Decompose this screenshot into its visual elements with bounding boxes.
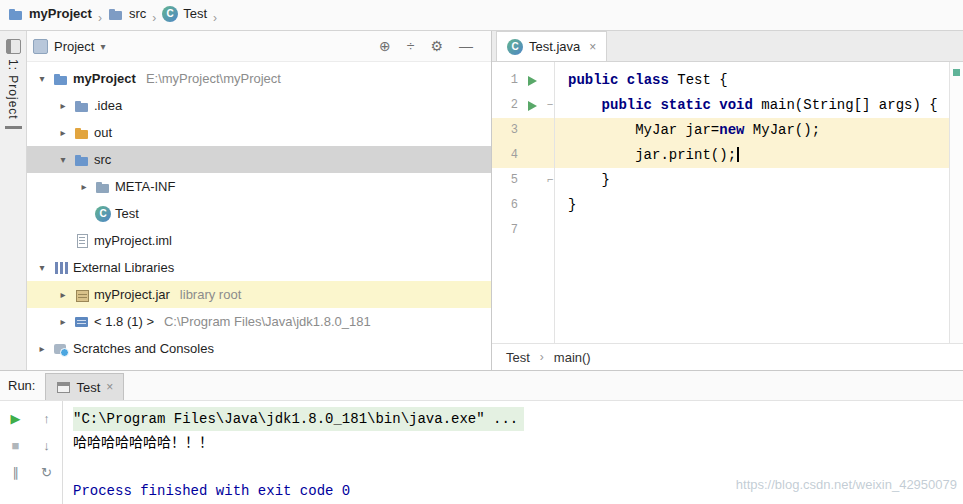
locate-icon[interactable]: ⊕ — [379, 38, 391, 54]
code-line-1[interactable]: 1public class Test { — [492, 68, 949, 93]
pause-output-icon[interactable]: ∥ — [12, 465, 19, 480]
expand-arrow-icon[interactable]: ▸ — [35, 343, 49, 354]
main-area: 1: Project Project ▾ ⊕÷⚙— ▾myProjectE:\m… — [0, 31, 963, 370]
up-stack-trace-icon[interactable]: ↑ — [43, 411, 50, 426]
tree-item-meta-inf[interactable]: ▸META-INF — [27, 173, 491, 200]
run-tab-label: Test — [76, 380, 100, 395]
jdk-icon — [74, 314, 90, 330]
code-editor[interactable]: 1public class Test {2− public static voi… — [492, 62, 949, 343]
gutter-mark — [522, 143, 542, 168]
tree-item-hint: library root — [180, 287, 241, 302]
expand-arrow-icon[interactable]: ▾ — [35, 73, 49, 84]
tree-item-myproject[interactable]: ▾myProjectE:\myProject\myProject — [27, 65, 491, 92]
tree-item-external-libraries[interactable]: ▾External Libraries — [27, 254, 491, 281]
settings-gear-icon[interactable]: ⚙ — [430, 38, 443, 54]
breadcrumb-item-myproject[interactable]: myProject — [8, 6, 92, 22]
tree-item-label: out — [94, 125, 112, 140]
tree-item-label: myProject.iml — [94, 233, 172, 248]
fold-column — [542, 143, 558, 168]
rerun-icon[interactable]: ↻ — [41, 465, 52, 480]
editor-breadcrumbs: Test›main() — [492, 343, 963, 370]
expand-arrow-icon[interactable]: ▸ — [56, 100, 70, 111]
stop-icon[interactable]: ■ — [12, 438, 20, 453]
tree-item-myproject-iml[interactable]: myProject.iml — [27, 227, 491, 254]
editor-breadcrumb-main[interactable]: main() — [554, 350, 591, 365]
project-panel-toolbar: ⊕÷⚙— — [379, 38, 485, 54]
tree-item-myproject-jar[interactable]: ▸myProject.jarlibrary root — [27, 281, 491, 308]
project-panel-title[interactable]: Project — [54, 39, 94, 54]
code-line-3[interactable]: 3 MyJar jar=new MyJar(); — [492, 118, 949, 143]
tool-window-button-project[interactable]: 1: Project — [5, 37, 22, 129]
expand-arrow-icon[interactable]: ▾ — [35, 262, 49, 273]
expand-arrow-icon[interactable]: ▾ — [56, 154, 70, 165]
run-toolbar: ▶↑■↓∥↻ — [0, 401, 63, 504]
close-tab-icon[interactable]: × — [589, 40, 596, 54]
tree-item-label: Test — [115, 206, 139, 221]
class-icon — [507, 39, 523, 55]
line-number: 1 — [492, 68, 522, 93]
navigation-bar: myProject›src›Test› — [0, 0, 963, 31]
breadcrumb-item-src[interactable]: src — [108, 6, 146, 22]
fold-marker-icon[interactable]: − — [542, 93, 558, 118]
line-number: 5 — [492, 168, 522, 193]
run-panel-label: Run: — [8, 378, 35, 393]
error-stripe[interactable] — [949, 62, 963, 343]
code-line-2[interactable]: 2− public static void main(String[] args… — [492, 93, 949, 118]
line-number: 7 — [492, 218, 522, 243]
breadcrumb-item-test[interactable]: Test — [162, 6, 207, 22]
class-icon — [95, 206, 111, 222]
fold-column — [542, 193, 558, 218]
project-view-icon — [33, 39, 48, 54]
expand-arrow-icon[interactable]: ▸ — [77, 181, 91, 192]
expand-arrow-icon[interactable]: ▸ — [56, 127, 70, 138]
tool-window-label: 1: Project — [6, 59, 20, 120]
collapse-all-icon[interactable]: ÷ — [407, 38, 415, 54]
code-line-6[interactable]: 6} — [492, 193, 949, 218]
tool-window-stripe: 1: Project — [0, 31, 27, 370]
code-line-4[interactable]: 4 jar.print(); — [492, 143, 949, 168]
tree-item-idea[interactable]: ▸.idea — [27, 92, 491, 119]
tree-item-1-8-1[interactable]: ▸< 1.8 (1) >C:\Program Files\Java\jdk1.8… — [27, 308, 491, 335]
gutter-mark — [522, 218, 542, 243]
run-line-icon[interactable] — [522, 68, 542, 93]
tree-item-label: myProject — [73, 71, 136, 86]
code-line-7[interactable]: 7 — [492, 218, 949, 243]
chevron-down-icon[interactable]: ▾ — [100, 41, 105, 52]
project-tool-window-icon — [6, 39, 21, 54]
code-line-5[interactable]: 5⌐ } — [492, 168, 949, 193]
project-root-icon — [53, 71, 69, 87]
close-tab-icon[interactable]: × — [106, 380, 113, 394]
fold-column — [542, 118, 558, 143]
text-caret — [737, 147, 739, 162]
tree-item-out[interactable]: ▸out — [27, 119, 491, 146]
libraries-icon — [53, 260, 69, 276]
tree-item-src[interactable]: ▾src — [27, 146, 491, 173]
tree-item-label: External Libraries — [73, 260, 174, 275]
folder-icon — [108, 6, 124, 22]
fold-marker-icon[interactable]: ⌐ — [542, 168, 558, 193]
tree-item-label: < 1.8 (1) > — [94, 314, 154, 329]
expand-arrow-icon[interactable]: ▸ — [56, 316, 70, 327]
tree-item-scratches-and-consoles[interactable]: ▸Scratches and Consoles — [27, 335, 491, 362]
run-line-icon[interactable] — [522, 93, 542, 118]
run-tab-test[interactable]: Test × — [45, 373, 124, 400]
watermark-text: https://blog.csdn.net/weixin_42950079 — [736, 477, 957, 492]
editor-breadcrumb-test[interactable]: Test — [506, 350, 530, 365]
tree-item-label: src — [94, 152, 111, 167]
tree-item-test[interactable]: Test — [27, 200, 491, 227]
folder-icon — [74, 98, 90, 114]
fold-column — [542, 68, 558, 93]
hide-panel-icon[interactable]: — — [459, 38, 473, 54]
console-tab-icon — [56, 380, 70, 394]
breadcrumb-separator: › — [98, 11, 102, 25]
expand-arrow-icon[interactable]: ▸ — [56, 289, 70, 300]
down-stack-trace-icon[interactable]: ↓ — [43, 438, 50, 453]
tree-item-hint: C:\Program Files\Java\jdk1.8.0_181 — [164, 314, 371, 329]
folder-out-icon — [74, 125, 90, 141]
class-icon — [162, 6, 178, 22]
editor-tab-test-java[interactable]: Test.java × — [496, 31, 607, 61]
editor-tab-label: Test.java — [529, 39, 580, 54]
project-panel-header: Project ▾ ⊕÷⚙— — [27, 31, 491, 62]
code-area: 1public class Test {2− public static voi… — [492, 62, 963, 343]
run-icon[interactable]: ▶ — [11, 411, 21, 426]
